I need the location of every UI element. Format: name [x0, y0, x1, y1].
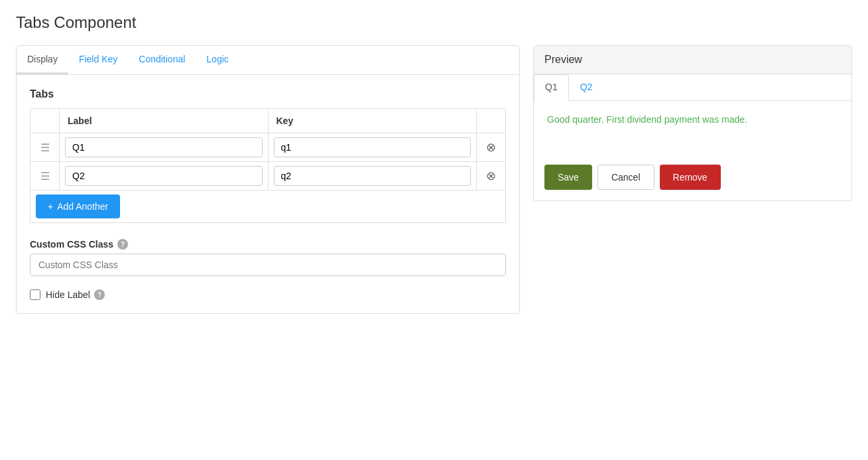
drag-handle-icon-1[interactable]: ☰	[40, 142, 50, 153]
remove-cell-2: ⊗	[477, 162, 506, 191]
add-another-label: Add Another	[57, 201, 108, 212]
remove-row-button-2[interactable]: ⊗	[483, 166, 499, 186]
col-drag	[31, 109, 60, 133]
cancel-button[interactable]: Cancel	[597, 165, 654, 190]
preview-header: Preview	[534, 46, 851, 74]
tabs-section-title: Tabs	[30, 88, 506, 100]
remove-row-button-1[interactable]: ⊗	[483, 137, 499, 157]
tab-label-input-1[interactable]	[65, 137, 263, 157]
key-cell-1	[268, 133, 477, 162]
tab-conditional[interactable]: Conditional	[128, 46, 196, 74]
col-actions	[477, 109, 506, 133]
table-row: ☰ ⊗	[31, 133, 506, 162]
tab-key-input-2[interactable]	[274, 166, 471, 186]
tab-content-display: Tabs Label Key ☰	[17, 75, 519, 313]
add-another-button[interactable]: + Add Another	[36, 194, 120, 218]
drag-handle-icon-2[interactable]: ☰	[40, 171, 50, 182]
tab-display[interactable]: Display	[17, 46, 68, 74]
preview-text: Good quarter. First dividend payment was…	[547, 114, 838, 125]
custom-css-group: Custom CSS Class ?	[30, 239, 506, 276]
label-cell-2	[60, 162, 269, 191]
custom-css-label: Custom CSS Class ?	[30, 239, 506, 250]
tab-field-key[interactable]: Field Key	[68, 46, 128, 74]
add-another-cell: + Add Another	[31, 191, 506, 223]
action-buttons: Save Cancel Remove	[534, 154, 851, 200]
tabs-table: Label Key ☰	[30, 108, 506, 223]
custom-css-input[interactable]	[30, 254, 506, 276]
col-key: Key	[268, 109, 477, 133]
tabs-navigation: Display Field Key Conditional Logic	[17, 46, 519, 75]
tab-key-input-1[interactable]	[274, 137, 471, 157]
plus-icon: +	[48, 201, 53, 212]
right-panel: Preview Q1 Q2 Good quarter. First divide…	[533, 45, 852, 314]
remove-cell-1: ⊗	[477, 133, 506, 162]
hide-label-text: Hide Label ?	[46, 289, 105, 300]
page-title: Tabs Component	[16, 13, 852, 32]
tab-logic[interactable]: Logic	[196, 46, 239, 74]
hide-label-checkbox[interactable]	[30, 289, 40, 300]
drag-handle-cell-1: ☰	[31, 133, 60, 162]
hide-label-group: Hide Label ?	[30, 289, 506, 300]
preview-box: Preview Q1 Q2 Good quarter. First divide…	[533, 45, 852, 201]
col-label: Label	[60, 109, 269, 133]
preview-tabs-nav: Q1 Q2	[534, 74, 851, 101]
table-row: ☰ ⊗	[31, 162, 506, 191]
tab-label-input-2[interactable]	[65, 166, 263, 186]
preview-tab-q1[interactable]: Q1	[534, 74, 569, 101]
remove-button[interactable]: Remove	[660, 165, 721, 190]
key-cell-2	[268, 162, 477, 191]
add-another-row: + Add Another	[31, 191, 506, 223]
left-panel: Display Field Key Conditional Logic Tabs…	[16, 45, 520, 314]
hide-label-help-icon[interactable]: ?	[94, 289, 105, 300]
save-button[interactable]: Save	[544, 165, 592, 190]
preview-content: Good quarter. First dividend payment was…	[534, 101, 851, 154]
label-cell-1	[60, 133, 269, 162]
custom-css-help-icon[interactable]: ?	[117, 239, 128, 250]
preview-tab-q2[interactable]: Q2	[569, 74, 604, 101]
drag-handle-cell-2: ☰	[31, 162, 60, 191]
